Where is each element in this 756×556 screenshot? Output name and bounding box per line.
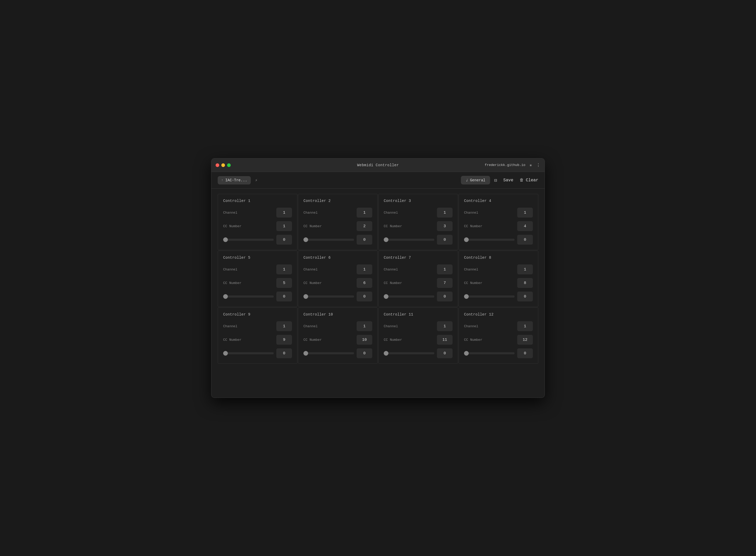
cc-number-label: CC Number: [303, 224, 322, 228]
channel-row: Channel 1: [464, 208, 533, 217]
channel-value[interactable]: 1: [517, 321, 533, 331]
extensions-icon[interactable]: ✳: [529, 163, 532, 168]
channel-value[interactable]: 1: [437, 265, 453, 274]
controller-card-1: Controller 1 Channel 1 CC Number 1 0: [218, 194, 297, 250]
channel-row: Channel 1: [464, 321, 533, 331]
slider-thumb[interactable]: [464, 351, 469, 356]
slider-track[interactable]: [223, 239, 274, 241]
cc-number-label: CC Number: [464, 281, 482, 285]
slider-row: 0: [464, 291, 533, 302]
cc-number-value[interactable]: 8: [517, 278, 533, 288]
preset-label: General: [470, 178, 485, 182]
slider-thumb[interactable]: [303, 294, 308, 299]
slider-thumb[interactable]: [464, 237, 469, 242]
slider-row: 0: [464, 235, 533, 245]
titlebar-right: frederickk.github.io ✳ ⋮: [485, 163, 540, 168]
channel-label: Channel: [223, 324, 237, 328]
channel-row: Channel 1: [303, 321, 372, 331]
slider-row: 0: [464, 348, 533, 358]
cc-number-value[interactable]: 7: [437, 278, 453, 288]
cc-number-row: CC Number 4: [464, 221, 533, 231]
slider-value: 0: [517, 348, 533, 358]
slider-thumb[interactable]: [384, 237, 388, 242]
slider-track[interactable]: [464, 352, 515, 354]
controllers-grid: Controller 1 Channel 1 CC Number 1 0 Con…: [218, 194, 538, 364]
cc-number-value[interactable]: 2: [357, 221, 372, 231]
site-link[interactable]: frederickk.github.io: [485, 163, 525, 167]
cc-number-value[interactable]: 4: [517, 221, 533, 231]
channel-value[interactable]: 1: [276, 265, 292, 274]
controller-card-9: Controller 9 Channel 1 CC Number 9 0: [218, 307, 297, 364]
channel-value[interactable]: 1: [357, 265, 372, 274]
cc-number-value[interactable]: 1: [276, 221, 292, 231]
cc-number-value[interactable]: 6: [357, 278, 372, 288]
save-button[interactable]: Save: [503, 178, 513, 183]
slider-track[interactable]: [303, 239, 354, 241]
cc-number-value[interactable]: 5: [276, 278, 292, 288]
slider-track[interactable]: [223, 352, 274, 354]
cc-number-row: CC Number 11: [384, 335, 453, 345]
channel-value[interactable]: 1: [517, 208, 533, 217]
minimize-button[interactable]: [221, 163, 225, 167]
cc-number-label: CC Number: [464, 224, 482, 228]
slider-track[interactable]: [303, 352, 354, 354]
channel-value[interactable]: 1: [437, 208, 453, 217]
slider-thumb[interactable]: [384, 351, 388, 356]
slider-track[interactable]: [384, 352, 434, 354]
preset-note-icon: ♩: [466, 178, 468, 182]
channel-value[interactable]: 1: [276, 208, 292, 217]
preset-selector[interactable]: ♩ General: [461, 176, 490, 184]
controller-title: Controller 1: [223, 199, 292, 203]
controller-card-3: Controller 3 Channel 1 CC Number 3 0: [378, 194, 458, 250]
slider-track[interactable]: [384, 296, 434, 298]
slider-thumb[interactable]: [223, 237, 228, 242]
cc-number-value[interactable]: 10: [357, 335, 372, 345]
cc-number-label: CC Number: [223, 338, 241, 342]
cc-number-row: CC Number 6: [303, 278, 372, 288]
slider-value: 0: [437, 348, 453, 358]
channel-label: Channel: [303, 324, 318, 328]
slider-track[interactable]: [384, 239, 434, 241]
slider-track[interactable]: [303, 296, 354, 298]
slider-thumb[interactable]: [303, 351, 308, 356]
window-title: Webmidi Controller: [357, 163, 399, 167]
controller-title: Controller 12: [464, 312, 533, 317]
controller-title: Controller 2: [303, 199, 372, 203]
controller-title: Controller 5: [223, 255, 292, 260]
cc-number-label: CC Number: [384, 338, 402, 342]
cc-number-value[interactable]: 3: [437, 221, 453, 231]
channel-row: Channel 1: [223, 208, 292, 217]
cc-number-value[interactable]: 9: [276, 335, 292, 345]
cc-number-row: CC Number 9: [223, 335, 292, 345]
slider-track[interactable]: [464, 296, 515, 298]
close-button[interactable]: [216, 163, 219, 167]
slider-row: 0: [384, 348, 453, 358]
channel-value[interactable]: 1: [276, 321, 292, 331]
slider-thumb[interactable]: [223, 351, 228, 356]
controller-title: Controller 4: [464, 199, 533, 203]
cc-number-label: CC Number: [303, 338, 322, 342]
channel-value[interactable]: 1: [517, 265, 533, 274]
menu-icon[interactable]: ⋮: [536, 163, 540, 168]
fullscreen-button[interactable]: [227, 163, 231, 167]
slider-track[interactable]: [464, 239, 515, 241]
slider-thumb[interactable]: [384, 294, 388, 299]
slider-thumb[interactable]: [464, 294, 469, 299]
channel-value[interactable]: 1: [437, 321, 453, 331]
cc-number-value[interactable]: 12: [517, 335, 533, 345]
cc-number-value[interactable]: 11: [437, 335, 453, 345]
device-selector[interactable]: ↑ IAC-Tre...: [218, 176, 251, 184]
cc-number-row: CC Number 10: [303, 335, 372, 345]
slider-thumb[interactable]: [303, 237, 308, 242]
cc-number-label: CC Number: [384, 281, 402, 285]
channel-label: Channel: [223, 268, 237, 272]
channel-value[interactable]: 1: [357, 321, 372, 331]
controller-card-10: Controller 10 Channel 1 CC Number 10 0: [298, 307, 378, 364]
channel-row: Channel 1: [384, 265, 453, 274]
filter-icon[interactable]: ⊟: [494, 177, 497, 183]
clear-button[interactable]: 🗑 Clear: [520, 178, 538, 183]
slider-track[interactable]: [223, 296, 274, 298]
slider-thumb[interactable]: [223, 294, 228, 299]
channel-value[interactable]: 1: [357, 208, 372, 217]
bluetooth-icon[interactable]: ⚡: [255, 178, 258, 183]
